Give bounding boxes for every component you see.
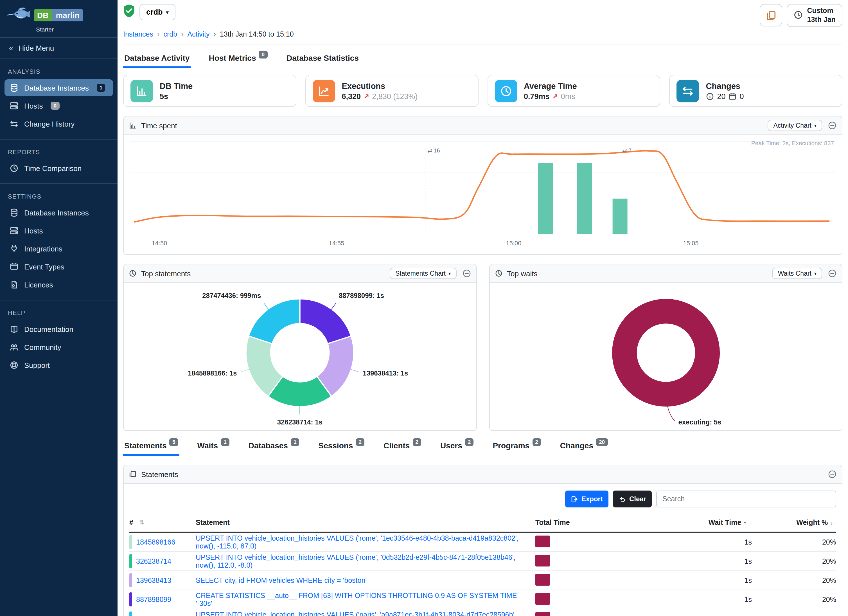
statement-id-link[interactable]: 887898099 — [136, 596, 171, 604]
collapse-icon[interactable] — [462, 269, 471, 278]
col-statement[interactable]: Statement — [196, 519, 535, 527]
col-total-time[interactable]: Total Time — [535, 519, 620, 527]
hide-menu-button[interactable]: « Hide Menu — [0, 38, 117, 59]
donut-segment[interactable] — [300, 299, 351, 344]
sidebar-item-integrations[interactable]: Integrations — [4, 240, 113, 257]
breadcrumb-item[interactable]: Activity — [187, 31, 209, 39]
detail-tab-sessions[interactable]: Sessions2 — [317, 437, 366, 456]
line-chart-icon — [313, 80, 335, 102]
time-spent-panel: Time spent Activity Chart ▾ Peak Time: 2… — [123, 116, 842, 255]
sidebar-item-label: Event Types — [24, 263, 64, 271]
statements-chart-dropdown[interactable]: Statements Chart ▾ — [390, 268, 456, 279]
top-waits-donut[interactable]: executing: 5s — [489, 283, 842, 430]
tab-database-statistics[interactable]: Database Statistics — [285, 49, 360, 68]
breadcrumb-item[interactable]: crdb — [163, 31, 177, 39]
donut-segment[interactable] — [249, 299, 300, 344]
sidebar-item-change-history[interactable]: Change History — [4, 115, 113, 132]
sidebar-item-documentation[interactable]: Documentation — [4, 321, 113, 337]
weight-value: 20% — [752, 615, 836, 616]
collapse-icon[interactable] — [828, 121, 837, 130]
sidebar-sections: ANALYSISDatabase Instances1Hosts0Change … — [0, 59, 117, 380]
waits-chart-dropdown[interactable]: Waits Chart ▾ — [772, 268, 822, 279]
statement-id-link[interactable]: 139638413 — [136, 577, 171, 585]
sidebar-item-database-instances[interactable]: Database Instances1 — [4, 79, 113, 96]
detail-tab-clients[interactable]: Clients2 — [382, 437, 422, 456]
caret-down-icon: ▾ — [814, 123, 817, 128]
sidebar-item-community[interactable]: Community — [4, 338, 113, 356]
sidebar-item-hosts[interactable]: Hosts0 — [4, 97, 113, 114]
top-statements-donut[interactable]: 887898099: 1s139638413: 1s326238714: 1s1… — [124, 283, 476, 430]
statement-link[interactable]: CREATE STATISTICS __auto__ FROM [63] WIT… — [196, 592, 517, 607]
count-badge: 0 — [259, 51, 267, 58]
col-wait-time[interactable]: Wait Time — [709, 519, 741, 527]
statement-id-link[interactable]: 326238714 — [136, 558, 171, 566]
count-badge: 2 — [532, 438, 541, 446]
detail-tab-waits[interactable]: Waits1 — [196, 437, 231, 456]
tab-database-activity[interactable]: Database Activity — [123, 49, 191, 68]
logo-block: DBmarlin Starter — [0, 0, 117, 38]
statement-link[interactable]: UPSERT INTO vehicle_location_histories V… — [196, 611, 516, 616]
executions-bar[interactable] — [577, 163, 592, 234]
sidebar-item-support[interactable]: Support — [4, 357, 113, 374]
sidebar-item-hosts[interactable]: Hosts — [4, 222, 113, 239]
tab-label: Sessions — [318, 441, 353, 450]
statement-color-chip — [129, 573, 132, 588]
statement-id-link[interactable]: 1845898166 — [136, 538, 175, 546]
col-num[interactable]: # — [129, 519, 133, 527]
copy-button[interactable] — [760, 4, 783, 27]
activity-chart-dropdown[interactable]: Activity Chart ▾ — [768, 120, 822, 131]
detail-tab-users[interactable]: Users2 — [439, 437, 474, 456]
clock-icon — [495, 80, 517, 102]
count-badge: 5 — [169, 438, 178, 446]
count-badge: 2 — [356, 438, 365, 446]
executions-bar[interactable] — [538, 163, 553, 234]
caret-down-icon: ▾ — [166, 9, 169, 15]
collapse-icon[interactable] — [828, 470, 837, 479]
tab-host-metrics[interactable]: Host Metrics0 — [208, 49, 268, 68]
sidebar-item-database-instances[interactable]: Database Instances — [4, 204, 113, 221]
sort-icon[interactable]: ⇅ — [139, 520, 144, 526]
sidebar-item-time-comparison[interactable]: Time Comparison — [4, 160, 113, 177]
weight-value: 20% — [752, 538, 836, 546]
donut-segment[interactable] — [624, 312, 707, 394]
stack-icon — [129, 471, 136, 478]
statement-link[interactable]: UPSERT INTO vehicle_location_histories V… — [196, 554, 515, 569]
plan-label: Starter — [36, 26, 111, 33]
metric-delta: 0ms — [561, 92, 575, 101]
export-button[interactable]: Export — [565, 491, 608, 508]
detail-tab-programs[interactable]: Programs2 — [491, 437, 542, 456]
detail-tab-changes[interactable]: Changes20 — [559, 437, 609, 456]
time-spent-chart[interactable]: ⇄ 16⇄ 714:5014:5515:0015:05 — [125, 139, 841, 254]
statement-link[interactable]: SELECT city, id FROM vehicles WHERE city… — [196, 577, 367, 585]
sidebar-item-label: Community — [24, 343, 61, 351]
total-time-bar — [535, 612, 550, 616]
breadcrumb-item[interactable]: Instances — [123, 31, 153, 39]
detail-tab-databases[interactable]: Databases1 — [248, 437, 301, 456]
col-weight[interactable]: Weight % — [796, 519, 828, 527]
pie-chart-icon — [129, 270, 136, 278]
table-row: 1845898166UPSERT INTO vehicle_location_h… — [129, 533, 836, 552]
statement-color-chip — [129, 593, 132, 607]
calendar-icon — [728, 92, 737, 101]
statement-id-link[interactable]: 287474436 — [136, 615, 171, 616]
sort-icon[interactable]: ↓≡ — [830, 520, 836, 526]
sidebar-item-label: Change History — [24, 120, 74, 128]
donut-label: executing: 5s — [678, 419, 721, 426]
statement-link[interactable]: UPSERT INTO vehicle_location_histories V… — [196, 534, 519, 550]
x-axis-label: 15:05 — [683, 240, 698, 247]
instance-selector[interactable]: crdb ▾ — [139, 4, 175, 20]
sort-asc-icon[interactable]: ↑ — [743, 520, 746, 526]
clear-button[interactable]: Clear — [613, 491, 652, 508]
sidebar-item-licences[interactable]: Licences — [4, 276, 113, 293]
lifebuoy-icon — [10, 361, 19, 370]
trend-up-icon: ↗ — [553, 92, 558, 100]
search-input[interactable] — [656, 491, 836, 508]
time-range-button[interactable]: Custom 13th Jan — [787, 4, 842, 27]
server-icon — [10, 101, 19, 110]
tab-label: Users — [440, 441, 462, 450]
sidebar-item-label: Hosts — [24, 226, 43, 235]
detail-tab-statements[interactable]: Statements5 — [123, 437, 179, 456]
sidebar-item-event-types[interactable]: Event Types — [4, 258, 113, 275]
table-row: 326238714UPSERT INTO vehicle_location_hi… — [129, 552, 836, 571]
collapse-icon[interactable] — [828, 269, 837, 278]
